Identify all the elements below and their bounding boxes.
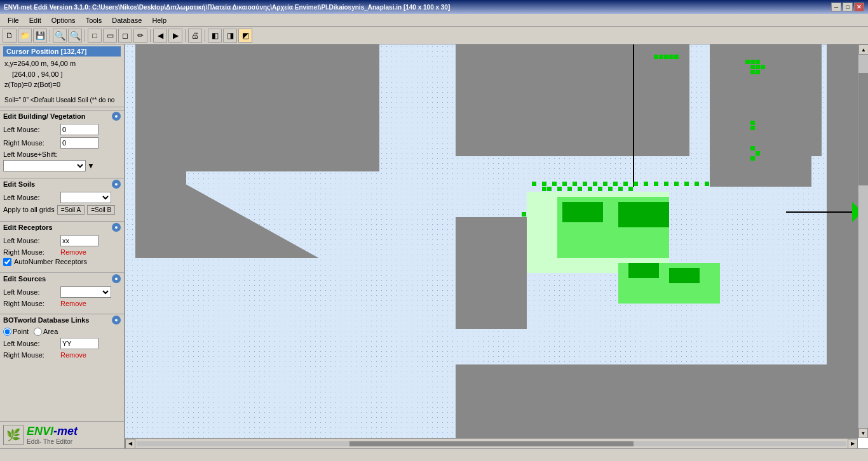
botworld-remove-link[interactable]: Remove [60, 351, 86, 359]
menu-options[interactable]: Options [46, 16, 81, 25]
left-panel: Cursor Position [132,47] x,y=264,00 m, 9… [0, 44, 125, 448]
hscroll-left[interactable]: ◀ [125, 439, 135, 449]
right-mouse-row: Right Mouse: [3, 137, 121, 149]
botworld-title: BOTworld Database Links [3, 316, 90, 324]
receptors-right-mouse-row: Right Mouse: Remove [3, 248, 121, 256]
titlebar-text: ENVI-met Eddi Version 3.1.0: C:\Users\Ni… [4, 4, 450, 11]
edit-soils-title: Edit Soils [3, 180, 35, 188]
hscroll-track[interactable] [137, 441, 846, 446]
hscroll-thumb[interactable] [349, 441, 634, 446]
radio-area-label: Area [34, 328, 58, 336]
left-mouse-shift-row: Left Mouse+Shift: [3, 150, 121, 158]
edit-soils-indicator: ● [112, 180, 121, 189]
menu-edit[interactable]: Edit [24, 16, 46, 25]
tool-rect3[interactable]: ◻ [118, 29, 132, 43]
left-mouse-label: Left Mouse: [3, 126, 60, 133]
sources-remove-link[interactable]: Remove [60, 300, 86, 307]
autonumber-label: AutoNumber Receptors [14, 258, 87, 265]
vscroll-down[interactable]: ▼ [858, 428, 868, 438]
brand-text: ENVI-met Eddi- The Editor [27, 425, 78, 445]
edit-building-body: Left Mouse: Right Mouse: Left Mouse+Shif… [0, 122, 124, 175]
radio-point[interactable] [3, 328, 11, 336]
receptors-left-mouse-row: Left Mouse: [3, 235, 121, 246]
tool-rect1[interactable]: □ [88, 29, 102, 43]
tool-rect2[interactable]: ▭ [103, 29, 117, 43]
soils-apply-label: Apply to all grids [3, 206, 55, 213]
branding: 🌿 ENVI-met Eddi- The Editor [0, 421, 124, 448]
close-button[interactable]: ✕ [854, 3, 864, 11]
move-right-button[interactable]: ▶ [168, 29, 182, 43]
move-left-button[interactable]: ◀ [153, 29, 167, 43]
minimize-button[interactable]: ─ [831, 3, 841, 11]
vscroll-thumb[interactable] [858, 73, 868, 185]
building-dropdown-arrow[interactable]: ▼ [87, 161, 95, 170]
radio-point-text: Point [13, 328, 29, 335]
cursor-grid: [264,00 , 94,00 ] [3, 69, 121, 80]
print-button[interactable]: 🖨 [188, 29, 202, 43]
left-mouse-shift-label: Left Mouse+Shift: [3, 150, 60, 158]
canvas-container[interactable] [125, 44, 858, 438]
botworld-indicator: ● [112, 316, 121, 324]
sources-left-row: Left Mouse: [3, 286, 121, 298]
edit-sources-section: Edit Sources ● Left Mouse: Right Mouse: … [0, 270, 124, 311]
zoom-out-button[interactable]: 🔍 [68, 29, 82, 43]
building-dropdown-row: ▼ [3, 160, 121, 171]
statusbar [0, 448, 868, 461]
receptors-remove-link[interactable]: Remove [60, 248, 86, 256]
vertical-scrollbar[interactable]: ▲ ▼ [858, 44, 868, 438]
soils-left-mouse-label: Left Mouse: [3, 194, 60, 201]
left-mouse-input[interactable] [60, 124, 98, 135]
toolbar-sep5 [205, 29, 205, 42]
cursor-spacer [3, 90, 121, 95]
vscroll-up[interactable]: ▲ [858, 44, 868, 55]
edit-building-section: Edit Building/ Vegetation ● Left Mouse: … [0, 107, 124, 175]
edit-sources-indicator: ● [112, 274, 121, 283]
receptors-left-input[interactable] [60, 235, 98, 246]
toolbar: 🗋 📁 💾 🔍 🔍 □ ▭ ◻ ✏ ◀ ▶ 🖨 ◧ ◨ ◩ [0, 27, 868, 44]
soil-b-button[interactable]: =Soil B [87, 205, 115, 215]
select-tool1[interactable]: ◧ [208, 29, 222, 43]
tool-pencil[interactable]: ✏ [133, 29, 147, 43]
select-tool2[interactable]: ◨ [223, 29, 237, 43]
toolbar-sep1 [50, 29, 50, 42]
menu-help[interactable]: Help [147, 16, 172, 25]
autonumber-checkbox[interactable] [3, 258, 11, 266]
botworld-left-input[interactable] [60, 338, 98, 349]
soils-apply-row: Apply to all grids =Soil A =Soil B [3, 205, 121, 215]
botworld-left-label: Left Mouse: [3, 340, 60, 347]
right-mouse-input[interactable] [60, 137, 98, 149]
sources-dropdown[interactable] [60, 286, 111, 298]
menubar: File Edit Options Tools Database Help [0, 14, 868, 27]
edit-soils-header: Edit Soils ● [0, 178, 124, 190]
toolbar-sep4 [185, 29, 186, 42]
new-button[interactable]: 🗋 [3, 29, 17, 43]
titlebar: ENVI-met Eddi Version 3.1.0: C:\Users\Ni… [0, 0, 868, 14]
soils-dropdown[interactable] [60, 192, 111, 203]
radio-area[interactable] [34, 328, 42, 336]
canvas-area[interactable]: ▲ ▼ ◀ ▶ [125, 44, 868, 448]
sources-right-label: Right Mouse: [3, 300, 60, 307]
cursor-title: Cursor Position [132,47] [3, 46, 121, 57]
building-dropdown[interactable] [3, 160, 86, 171]
menu-database[interactable]: Database [107, 16, 147, 25]
vscroll-track[interactable] [858, 55, 868, 428]
menu-tools[interactable]: Tools [81, 16, 107, 25]
botworld-section: BOTworld Database Links ● Point Area Lef… [0, 311, 124, 363]
horizontal-scrollbar[interactable]: ◀ ▶ [125, 438, 858, 448]
open-button[interactable]: 📁 [18, 29, 32, 43]
soil-a-button[interactable]: =Soil A [57, 205, 85, 215]
hscroll-right[interactable]: ▶ [848, 439, 858, 449]
botworld-body: Point Area Left Mouse: Right Mouse: Remo… [0, 326, 124, 363]
botworld-right-label: Right Mouse: [3, 351, 60, 359]
brand-subtitle: Eddi- The Editor [27, 438, 78, 445]
zoom-in-button[interactable]: 🔍 [53, 29, 67, 43]
save-button[interactable]: 💾 [33, 29, 47, 43]
brand-blue: -met [53, 425, 78, 438]
receptors-right-label: Right Mouse: [3, 248, 60, 256]
main-canvas[interactable] [125, 44, 858, 438]
main-area: Cursor Position [132,47] x,y=264,00 m, 9… [0, 44, 868, 448]
select-tool3[interactable]: ◩ [238, 29, 252, 43]
sources-right-row: Right Mouse: Remove [3, 300, 121, 307]
menu-file[interactable]: File [3, 16, 24, 25]
maximize-button[interactable]: □ [843, 3, 853, 11]
